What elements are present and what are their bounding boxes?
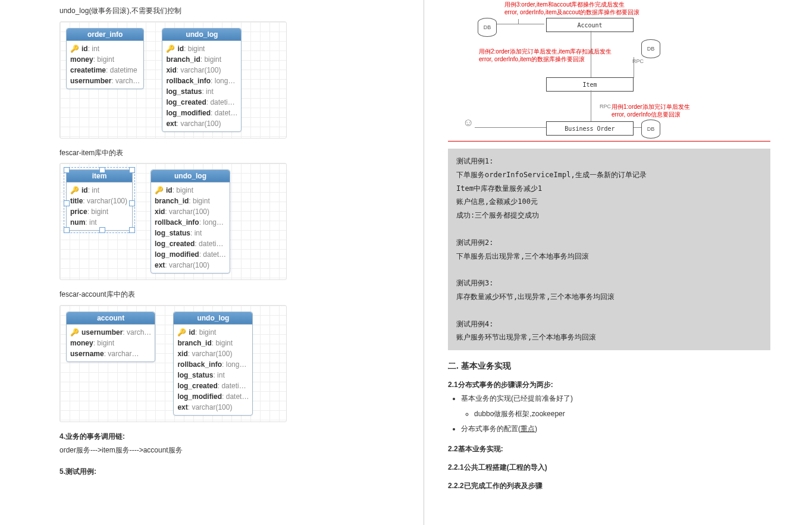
field-type: : bigint xyxy=(184,45,205,53)
table-field: money: bigint xyxy=(70,54,140,65)
table-field: ext: varchar(100) xyxy=(155,260,226,271)
rpc-label: RPC xyxy=(600,103,611,109)
field-type: : bigint xyxy=(189,197,209,205)
arrow xyxy=(497,24,544,24)
component-item: Item xyxy=(546,77,634,92)
field-type: : int xyxy=(213,371,224,379)
field-name: log_created xyxy=(166,98,206,106)
field-type: : bigint xyxy=(93,55,114,64)
table-header: item xyxy=(67,170,132,183)
table-field: 🔑id: int xyxy=(70,185,128,196)
fescar-account-title: fescar-account库中的表 xyxy=(59,288,382,301)
table-order_info: order_info 🔑id: intmoney: bigintcreateti… xyxy=(66,28,144,89)
field-type: : bigint xyxy=(195,328,216,337)
table-header: undo_log xyxy=(174,312,252,325)
field-name: xid xyxy=(155,208,165,216)
field-name: rollback_info xyxy=(177,360,222,369)
table-grid: account 🔑usernumber: varch…money: bigint… xyxy=(59,305,287,422)
primary-key-icon: 🔑 xyxy=(155,186,164,194)
table-field: num: int xyxy=(70,217,128,228)
table-field: log_status: int xyxy=(155,228,226,238)
db-icon: DB xyxy=(478,18,497,37)
field-name: log_created xyxy=(155,240,195,248)
field-type: : varchar… xyxy=(104,350,139,358)
table-field: 🔑id: bigint xyxy=(155,185,226,196)
component-business-order: Business Order xyxy=(546,121,634,136)
field-name: ext xyxy=(166,120,176,128)
field-name: usernumber xyxy=(81,328,123,337)
field-type: : int xyxy=(202,87,213,96)
field-name: money xyxy=(70,339,93,347)
arrow xyxy=(634,57,634,78)
table-field: price: bigint xyxy=(70,206,128,217)
primary-key-icon: 🔑 xyxy=(70,186,79,194)
field-name: ext xyxy=(155,261,165,269)
field-type: : varchar(100) xyxy=(83,197,127,205)
left-column: undo_log(做事务回滚),不需要我们控制 order_info 🔑id: … xyxy=(0,0,424,525)
table-field: createtime: datetime xyxy=(70,65,140,76)
usecase2-note: 用例2:order添加完订单后发生,item库存扣减后发生 error, ord… xyxy=(479,48,612,63)
testcase-title: 5.测试用例: xyxy=(59,466,382,479)
field-name: rollback_info xyxy=(166,77,211,85)
field-type: : varch… xyxy=(123,328,151,337)
component-account: Account xyxy=(546,18,634,32)
field-type: : varchar(100) xyxy=(177,120,221,128)
table-grid: order_info 🔑id: intmoney: bigintcreateti… xyxy=(59,21,287,139)
field-type: : bigint xyxy=(212,339,233,347)
table-field: username: varchar… xyxy=(70,348,151,359)
table-field: log_modified: datet… xyxy=(166,108,237,118)
arrow xyxy=(591,90,591,121)
table-field: rollback_info: long… xyxy=(177,359,249,370)
table-field: xid: varchar(100) xyxy=(166,65,237,76)
field-name: id xyxy=(166,186,173,194)
table-field: money: bigint xyxy=(70,338,151,348)
table-field: log_created: dateti… xyxy=(155,238,226,249)
table-undo_log: undo_log 🔑id: bigintbranch_id: bigintxid… xyxy=(151,169,230,273)
field-name: id xyxy=(81,186,88,194)
undo-log-text: undo_log(做事务回滚),不需要我们控制 xyxy=(59,5,382,18)
arrow xyxy=(518,19,519,24)
field-name: id xyxy=(189,328,195,337)
subsection-heading: 2.2.1公共工程搭建(工程的导入) xyxy=(448,463,770,473)
db-icon: DB xyxy=(641,120,660,139)
table-field: log_created: dateti… xyxy=(177,381,249,391)
list-item: dubbo做服务框架,zookeeper xyxy=(474,408,770,421)
field-name: log_modified xyxy=(155,250,199,259)
field-type: : int xyxy=(85,218,96,227)
field-type: : varchar(100) xyxy=(165,208,209,216)
field-type: : bigint xyxy=(93,339,114,347)
field-name: id xyxy=(177,45,184,53)
field-name: xid xyxy=(166,66,176,74)
field-type: : long… xyxy=(222,360,246,369)
field-type: : datet… xyxy=(211,109,237,117)
field-type: : datet… xyxy=(199,250,226,259)
fescar-item-title: fescar-item库中的表 xyxy=(59,147,382,160)
list-item: 基本业务的实现(已经提前准备好了) dubbo做服务框架,zookeeper xyxy=(461,392,770,420)
list-item: 分布式事务的配置(重点) xyxy=(461,423,770,436)
table-item: item 🔑id: inttitle: varchar(100)price: b… xyxy=(66,169,133,231)
table-field: branch_id: bigint xyxy=(166,54,237,65)
field-type: : bigint xyxy=(200,55,221,64)
field-type: : dateti… xyxy=(195,240,223,248)
field-name: branch_id xyxy=(166,55,200,64)
table-account: account 🔑usernumber: varch…money: bigint… xyxy=(66,312,155,362)
table-field: ext: varchar(100) xyxy=(166,118,237,129)
field-type: : int xyxy=(88,45,99,53)
db-icon: DB xyxy=(641,39,660,58)
field-name: xid xyxy=(177,350,187,358)
table-field: ext: varchar(100) xyxy=(177,402,249,413)
arrow xyxy=(634,127,641,128)
chain-body: order服务--->item服务---->account服务 xyxy=(59,444,382,457)
field-type: : int xyxy=(88,186,99,194)
field-name: log_created xyxy=(177,382,217,390)
page-root: undo_log(做事务回滚),不需要我们控制 order_info 🔑id: … xyxy=(0,0,812,525)
field-name: price xyxy=(70,208,87,216)
table-field: branch_id: bigint xyxy=(177,338,249,348)
table-header: order_info xyxy=(67,29,143,41)
field-name: rollback_info xyxy=(155,218,199,227)
primary-key-icon: 🔑 xyxy=(177,328,186,337)
field-type: : long… xyxy=(199,218,224,227)
divider xyxy=(448,141,770,142)
field-name: username xyxy=(70,350,104,358)
table-field: xid: varchar(100) xyxy=(155,206,226,217)
